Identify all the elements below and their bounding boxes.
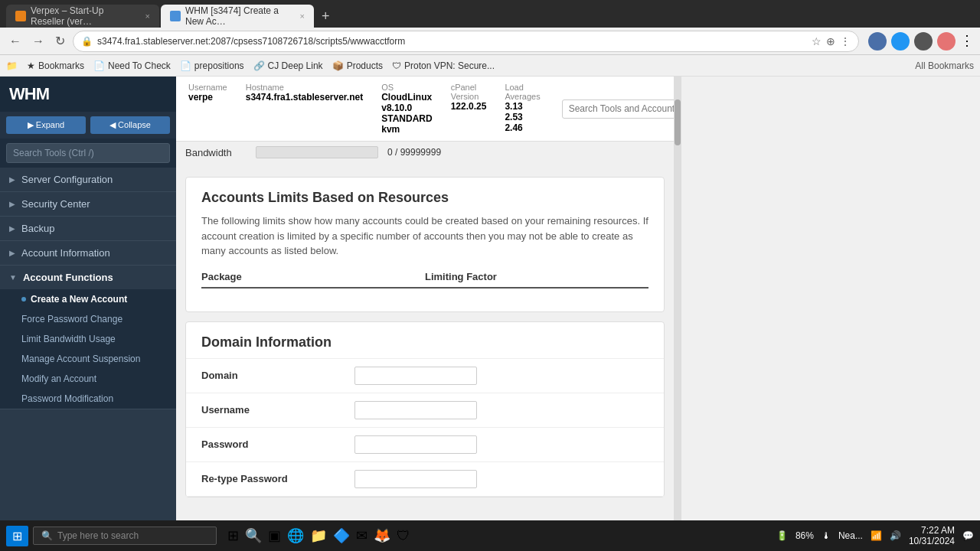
tab-favicon-whm xyxy=(170,11,181,21)
sidebar-item-limit-bandwidth[interactable]: Limit Bandwidth Usage xyxy=(0,329,176,349)
profile-icon[interactable] xyxy=(937,32,956,51)
expand-button[interactable]: ▶ Expand xyxy=(6,116,86,134)
taskbar-pinned-apps: ⊞ 🔍 ▣ 🌐 📁 🔷 ✉ 🦊 🛡 xyxy=(227,527,410,544)
header-search-container[interactable]: 🔍 xyxy=(562,99,674,119)
extension3-icon[interactable] xyxy=(914,32,933,51)
lock-icon: 🔒 xyxy=(81,36,93,47)
sidebar-item-create-new-account[interactable]: Create a New Account xyxy=(0,289,176,309)
sidebar-item-account-functions-label: Account Functions xyxy=(23,272,113,283)
form-row-domain: Domain xyxy=(186,359,664,393)
sidebar-item-modify-account[interactable]: Modify an Account xyxy=(0,369,176,389)
chevron-down-icon: ▼ xyxy=(9,273,17,282)
sidebar-sub-pwd-mod-label: Password Modification xyxy=(21,393,113,404)
sidebar-search-input[interactable] xyxy=(6,143,170,163)
taskbar-app2-icon[interactable]: 🛡 xyxy=(397,528,410,544)
taskbar-search-app-icon[interactable]: 🔍 xyxy=(245,527,262,544)
new-tab-button[interactable]: + xyxy=(315,8,336,24)
taskbar-mail-icon[interactable]: ✉ xyxy=(356,527,368,544)
bookmark-products[interactable]: 📦 Products xyxy=(332,60,383,71)
sidebar-item-backup-label: Backup xyxy=(21,223,54,234)
taskbar-edge-icon[interactable]: 🔷 xyxy=(333,527,350,544)
star-icon[interactable]: ☆ xyxy=(812,35,822,47)
taskbar-chrome-icon[interactable]: 🌐 xyxy=(287,527,304,544)
back-button[interactable]: ← xyxy=(6,33,24,50)
username-input[interactable] xyxy=(354,401,477,419)
sidebar-item-security-center[interactable]: ▶ Security Center xyxy=(0,192,176,216)
load-label: Load Averages xyxy=(505,83,540,101)
account-functions-submenu: Create a New Account Force Password Chan… xyxy=(0,289,176,409)
chevron-right-icon: ▶ xyxy=(9,175,15,184)
bookmark-proton-vpn[interactable]: 🛡 Proton VPN: Secure... xyxy=(392,60,495,71)
nav-section-security-center: ▶ Security Center xyxy=(0,192,176,217)
bookmark-bookmarks[interactable]: ★ Bookmarks xyxy=(27,60,84,71)
bookmark-proton-label: Proton VPN: Secure... xyxy=(404,60,495,71)
taskbar-task-view-icon[interactable]: ▣ xyxy=(268,527,281,544)
tab-whm[interactable]: WHM [s3474] Create a New Ac… × xyxy=(161,5,314,28)
bookmark-cj-deep-link[interactable]: 🔗 CJ Deep Link xyxy=(253,60,323,71)
scroll-thumb[interactable] xyxy=(675,99,681,145)
bookmark-prepositions[interactable]: 📄 prepositions xyxy=(180,60,244,71)
tab-verpex[interactable]: Verpex – Start-Up Reseller (ver… × xyxy=(6,5,159,28)
account-limits-body: Accounts Limits Based on Resources The f… xyxy=(186,178,664,311)
cpanel-label: cPanel Version xyxy=(451,83,487,101)
sidebar-item-server-configuration[interactable]: ▶ Server Configuration xyxy=(0,168,176,191)
whm-logo-text: WHM xyxy=(9,84,49,104)
sidebar-item-backup[interactable]: ▶ Backup xyxy=(0,217,176,240)
sidebar-actions: ▶ Expand ◀ Collapse xyxy=(0,112,176,139)
taskbar-windows-icon[interactable]: ⊞ xyxy=(227,527,239,544)
browser-menu-icon[interactable]: ⋮ xyxy=(960,32,974,51)
domain-input[interactable] xyxy=(354,367,477,385)
sidebar-item-account-info-label: Account Information xyxy=(21,247,110,259)
retype-password-input[interactable] xyxy=(354,470,477,488)
all-bookmarks-link[interactable]: All Bookmarks xyxy=(915,60,974,71)
tab-favicon-verpex xyxy=(15,11,26,21)
cpanel-value: 122.0.25 xyxy=(451,101,487,112)
sidebar-item-account-functions[interactable]: ▼ Account Functions xyxy=(0,266,176,289)
sidebar-item-force-password-change[interactable]: Force Password Change xyxy=(0,309,176,329)
address-bar[interactable]: 🔒 s3474.fra1.stableserver.net:2087/cpses… xyxy=(73,31,859,52)
sidebar-sub-force-pwd-label: Force Password Change xyxy=(21,314,122,324)
nav-section-backup: ▶ Backup xyxy=(0,217,176,241)
bandwidth-progress-bar xyxy=(256,146,378,158)
main-content: Username verpe Hostname s3474.fra1.stabl… xyxy=(176,77,674,520)
sidebar-logo: WHM xyxy=(0,77,176,112)
taskbar-near-text: Nea... xyxy=(838,530,863,541)
tab-close-whm[interactable]: × xyxy=(300,11,305,21)
sidebar-item-manage-suspension[interactable]: Manage Account Suspension xyxy=(0,349,176,369)
menu-icon[interactable]: ⋮ xyxy=(840,35,851,47)
form-row-retype-password: Re-type Password xyxy=(186,462,664,497)
password-input[interactable] xyxy=(354,435,477,454)
taskbar-app1-icon[interactable]: 🦊 xyxy=(374,527,390,544)
bookmark-products-icon: 📦 xyxy=(332,60,344,71)
bookmark-need-to-check[interactable]: 📄 Need To Check xyxy=(93,60,171,71)
chevron-right-icon3: ▶ xyxy=(9,224,15,233)
start-button[interactable]: ⊞ xyxy=(6,526,28,546)
tab-label-whm: WHM [s3474] Create a New Ac… xyxy=(185,5,292,27)
extension-icon[interactable]: ⊕ xyxy=(826,35,835,47)
bookmark-link-icon: 🔗 xyxy=(253,60,265,71)
bookmark-prepositions-label: prepositions xyxy=(194,60,244,71)
tab-close-verpex[interactable]: × xyxy=(145,11,150,21)
sidebar-item-server-config-label: Server Configuration xyxy=(21,174,113,185)
retype-password-field-label: Re-type Password xyxy=(201,473,354,484)
col-package: Package xyxy=(201,271,425,282)
taskbar-folder-icon[interactable]: 📁 xyxy=(310,527,327,544)
taskbar-search-container[interactable]: 🔍 Type here to search xyxy=(33,527,217,545)
extension2-icon[interactable] xyxy=(891,32,910,51)
chevron-right-icon2: ▶ xyxy=(9,200,15,208)
forward-button[interactable]: → xyxy=(29,33,47,50)
scrollbar[interactable] xyxy=(674,77,681,520)
extension1-icon[interactable] xyxy=(868,32,887,51)
collapse-button[interactable]: ◀ Collapse xyxy=(90,116,170,134)
taskbar-clock: 7:22 AM 10/31/2024 xyxy=(909,525,955,546)
retype-password-field-input-container xyxy=(354,470,648,488)
taskbar-notification-icon[interactable]: 💬 xyxy=(962,530,974,541)
password-field-input-container xyxy=(354,435,648,454)
reload-button[interactable]: ↻ xyxy=(52,32,68,50)
sidebar-item-password-modification[interactable]: Password Modification xyxy=(0,389,176,409)
sidebar-item-account-information[interactable]: ▶ Account Information xyxy=(0,241,176,265)
header-search-input[interactable] xyxy=(569,103,674,114)
password-field-label: Password xyxy=(201,439,354,450)
domain-info-title: Domain Information xyxy=(186,322,664,359)
nav-section-account-info: ▶ Account Information xyxy=(0,241,176,266)
